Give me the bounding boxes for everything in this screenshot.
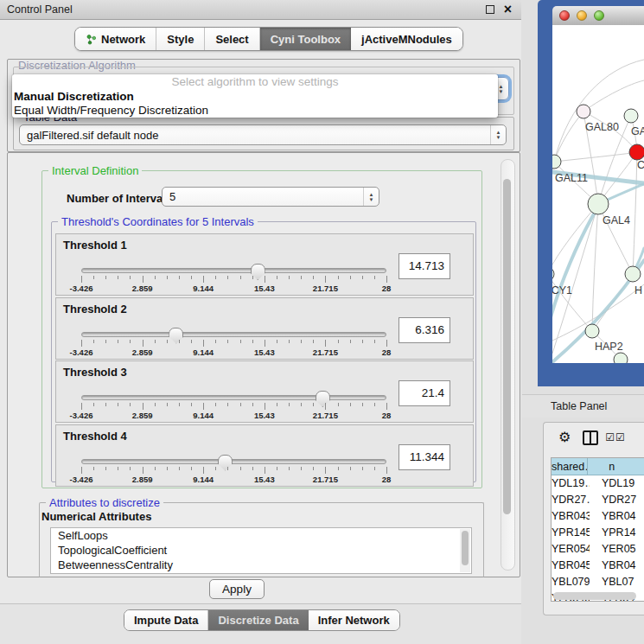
- list-scrollbar-thumb[interactable]: [462, 531, 469, 565]
- close-icon[interactable]: ×: [504, 5, 512, 14]
- list-scrollbar[interactable]: [460, 529, 470, 572]
- table-cell[interactable]: YER05: [590, 541, 644, 558]
- network-node[interactable]: [614, 353, 628, 363]
- tab-cyni-toolbox[interactable]: Cyni Toolbox: [260, 28, 351, 50]
- close-traffic-light-icon[interactable]: [559, 10, 570, 21]
- minimize-traffic-light-icon[interactable]: [577, 10, 587, 21]
- table-cell[interactable]: YPR145W: [552, 525, 590, 541]
- split-columns-icon[interactable]: [583, 430, 598, 445]
- table-column-header[interactable]: n: [588, 458, 644, 475]
- tab-network[interactable]: Network: [75, 28, 156, 50]
- threshold-value-field[interactable]: 21.4: [399, 380, 450, 406]
- combo-arrows-icon[interactable]: ▲▼: [363, 188, 379, 206]
- combo-arrows-icon[interactable]: ▲▼: [490, 125, 506, 144]
- network-edge[interactable]: [554, 112, 583, 162]
- network-node[interactable]: [624, 109, 638, 123]
- table-cell[interactable]: YBL079W: [552, 574, 590, 590]
- dropdown-option[interactable]: Manual Discretization: [12, 90, 498, 104]
- network-edge[interactable]: [583, 80, 644, 112]
- network-edge[interactable]: [552, 162, 554, 274]
- dropdown-option[interactable]: Equal Width/Frequency Discretization: [12, 104, 498, 118]
- panel-scrollbar-thumb[interactable]: [503, 179, 511, 514]
- table-cell[interactable]: YBL07: [590, 574, 644, 590]
- dropdown-prompt-item[interactable]: Select algorithm to view settings: [12, 74, 498, 90]
- threshold-slider[interactable]: -3.4262.8599.14415.4321.71528: [81, 391, 386, 420]
- threshold-slider[interactable]: -3.4262.8599.14415.4321.71528: [81, 455, 386, 484]
- table-cell[interactable]: YDL19…: [552, 475, 590, 492]
- bottom-tab-impute-data[interactable]: Impute Data: [124, 610, 208, 630]
- network-node-gal4[interactable]: [588, 194, 609, 214]
- list-item[interactable]: BetweennessCentrality: [51, 558, 471, 572]
- slider-track[interactable]: [81, 459, 386, 464]
- network-node-gcy1[interactable]: [552, 267, 554, 281]
- table-row[interactable]: YBR043CYBR04: [552, 508, 644, 525]
- tick-mark: [227, 403, 228, 406]
- table-horizontal-scrollbar[interactable]: [553, 592, 643, 600]
- tab-style[interactable]: Style: [156, 28, 205, 50]
- table-cell[interactable]: YBR045C: [552, 558, 590, 574]
- network-edge[interactable]: [552, 274, 592, 331]
- list-item[interactable]: TopologicalCoefficient: [51, 543, 471, 558]
- slider-track[interactable]: [81, 268, 386, 273]
- checkbox-checked-icon[interactable]: ☑: [615, 431, 625, 443]
- node-table[interactable]: shared…n YDL19…YDL19YDR27…YDR27YBR043CYB…: [551, 457, 644, 602]
- network-edge[interactable]: [552, 204, 598, 274]
- network-window-frame[interactable]: GAL80GACGAL11GAL4GCY1HHAP2: [538, 0, 644, 386]
- network-node-h[interactable]: [625, 266, 641, 282]
- tick-value-label: 9.144: [193, 284, 214, 293]
- numerical-attributes-list[interactable]: SelfLoopsTopologicalCoefficientBetweenne…: [50, 527, 472, 574]
- network-node-gal80[interactable]: [577, 105, 590, 118]
- table-cell[interactable]: YBR043C: [552, 508, 590, 525]
- table-cell[interactable]: YPR14: [590, 525, 644, 541]
- tick-mark: [277, 403, 277, 406]
- table-cell[interactable]: YDL19: [590, 475, 644, 492]
- table-column-header[interactable]: shared…: [552, 458, 588, 475]
- table-cell[interactable]: YDR27…: [552, 492, 590, 508]
- table-row[interactable]: YER054CYER05: [552, 541, 644, 558]
- settings-gear-icon[interactable]: ⚙: [558, 430, 571, 445]
- threshold-value-field[interactable]: 11.344: [399, 444, 450, 470]
- network-edge[interactable]: [554, 152, 637, 162]
- number-of-intervals-combo[interactable]: 5 ▲▼: [162, 187, 379, 207]
- table-data-combo[interactable]: galFiltered.sif default node ▲▼: [19, 124, 507, 145]
- tick-mark: [130, 340, 131, 343]
- threshold-slider[interactable]: -3.4262.8599.14415.4321.71528: [81, 328, 386, 357]
- table-row[interactable]: YBL079WYBL07: [552, 574, 644, 590]
- table-cell[interactable]: YBR04: [590, 558, 644, 574]
- table-row[interactable]: YDR27…YDR27: [552, 492, 644, 508]
- threshold-slider[interactable]: -3.4262.8599.14415.4321.71528: [81, 264, 386, 293]
- table-row[interactable]: YDL19…YDL19: [552, 475, 644, 492]
- table-row[interactable]: YBR045CYBR04: [552, 558, 644, 574]
- network-edge-thick[interactable]: [552, 207, 598, 317]
- panel-scrollbar[interactable]: [501, 159, 515, 571]
- tick-mark: [215, 403, 216, 406]
- network-edge[interactable]: [592, 204, 598, 331]
- table-cell[interactable]: YDR27: [590, 492, 644, 508]
- tick-mark: [143, 276, 143, 283]
- threshold-value-field[interactable]: 14.713: [399, 253, 450, 279]
- tab-jactivemnodules[interactable]: jActiveMNodules: [351, 28, 462, 50]
- table-row[interactable]: YPR145WYPR14: [552, 525, 644, 541]
- table-cell[interactable]: YER054C: [552, 541, 590, 558]
- network-node-hap2[interactable]: [585, 324, 599, 338]
- tick-mark: [386, 403, 387, 410]
- zoom-traffic-light-icon[interactable]: [594, 10, 604, 21]
- float-window-icon[interactable]: [486, 5, 494, 14]
- checkbox-checked-icon[interactable]: ☑: [605, 431, 615, 443]
- slider-track[interactable]: [81, 332, 386, 337]
- threshold-value-field[interactable]: 6.316: [399, 317, 450, 343]
- tick-value-label: -3.426: [70, 411, 93, 420]
- tick-mark: [362, 467, 363, 470]
- tab-select[interactable]: Select: [205, 28, 259, 50]
- apply-button[interactable]: Apply: [209, 579, 265, 599]
- network-node[interactable]: [629, 144, 644, 160]
- slider-track[interactable]: [81, 395, 386, 400]
- bottom-tab-infer-network[interactable]: Infer Network: [309, 610, 399, 630]
- network-node-gal11[interactable]: [552, 155, 561, 169]
- bottom-tab-discretize-data[interactable]: Discretize Data: [208, 610, 308, 630]
- table-cell[interactable]: YBR04: [590, 508, 644, 525]
- list-item[interactable]: SelfLoops: [51, 528, 471, 543]
- network-canvas[interactable]: GAL80GACGAL11GAL4GCY1HHAP2: [552, 25, 644, 363]
- tick-mark: [227, 340, 228, 343]
- table-hscrollbar-thumb[interactable]: [553, 592, 636, 600]
